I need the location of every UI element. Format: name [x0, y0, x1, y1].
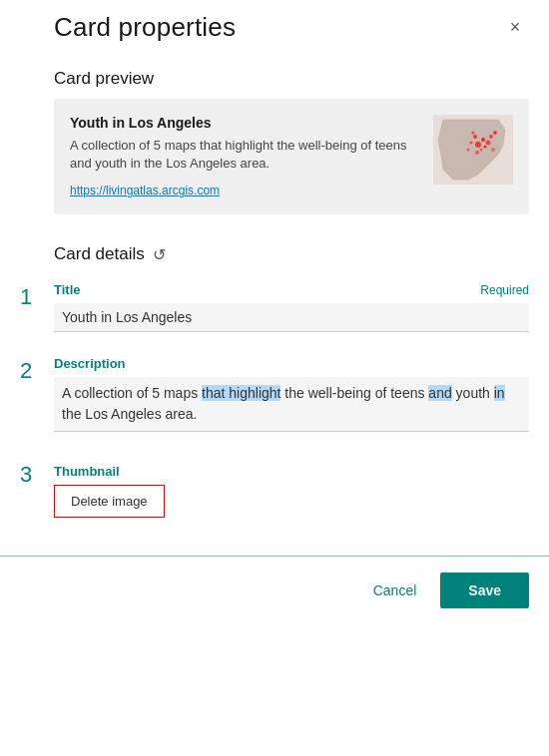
cancel-button[interactable]: Cancel — [361, 574, 429, 606]
svg-point-2 — [481, 138, 485, 142]
description-label-text: Description — [54, 356, 126, 371]
highlight-2: and — [428, 385, 451, 401]
card-preview-text: Youth in Los Angeles A collection of 5 m… — [70, 115, 421, 198]
description-content: Description A collection of 5 maps that … — [54, 356, 529, 432]
svg-point-9 — [470, 142, 473, 145]
svg-point-8 — [475, 151, 479, 155]
panel-header: Card properties × — [0, 0, 549, 51]
card-preview-thumbnail — [433, 115, 513, 185]
title-label: Title Required — [54, 282, 529, 297]
title-required: Required — [480, 283, 529, 297]
card-properties-panel: Card properties × Card preview Youth in … — [0, 0, 549, 756]
svg-point-6 — [489, 135, 493, 139]
highlight-3: in — [494, 385, 505, 401]
description-row: 2 Description A collection of 5 maps tha… — [0, 348, 549, 440]
delete-image-button[interactable]: Delete image — [54, 485, 165, 518]
title-content: Title Required — [54, 282, 529, 332]
thumbnail-label-text: Thumbnail — [54, 464, 120, 479]
title-label-text: Title — [54, 282, 81, 297]
footer-actions: Cancel Save — [0, 557, 549, 624]
description-label: Description — [54, 356, 529, 371]
svg-point-7 — [484, 146, 487, 149]
panel-title: Card properties — [54, 12, 236, 43]
card-details-label: Card details — [54, 244, 145, 264]
thumbnail-row: 3 Thumbnail Delete image — [0, 452, 549, 526]
thumbnail-label: Thumbnail — [54, 464, 529, 479]
card-preview-card: Youth in Los Angeles A collection of 5 m… — [54, 99, 529, 214]
title-input[interactable] — [54, 303, 529, 332]
refresh-icon[interactable]: ↺ — [153, 245, 166, 264]
svg-point-12 — [493, 131, 497, 135]
svg-point-3 — [486, 141, 491, 146]
description-display: A collection of 5 maps that highlight th… — [54, 377, 529, 432]
description-number: 2 — [20, 356, 54, 384]
title-number: 1 — [20, 282, 54, 310]
svg-point-11 — [467, 149, 470, 152]
save-button[interactable]: Save — [440, 572, 529, 608]
card-details-header: Card details ↺ — [0, 234, 549, 274]
thumbnail-number: 3 — [20, 460, 54, 488]
card-details-section: Card details ↺ 1 Title Required 2 Descri… — [0, 234, 549, 526]
svg-point-5 — [480, 149, 483, 152]
svg-point-4 — [473, 135, 477, 139]
close-button[interactable]: × — [501, 14, 529, 42]
svg-point-1 — [475, 142, 481, 148]
card-preview-description: A collection of 5 maps that highlight th… — [70, 137, 421, 173]
card-preview-title: Youth in Los Angeles — [70, 115, 421, 131]
card-preview-section: Card preview Youth in Los Angeles A coll… — [0, 51, 549, 214]
thumbnail-content: Thumbnail Delete image — [54, 464, 529, 518]
title-row: 1 Title Required — [0, 274, 549, 340]
svg-point-10 — [491, 148, 495, 152]
card-preview-label: Card preview — [0, 51, 549, 99]
highlight-1: that highlight — [202, 385, 280, 401]
card-preview-link[interactable]: https://livingatlas.arcgis.com — [70, 184, 220, 197]
svg-point-13 — [472, 132, 475, 135]
